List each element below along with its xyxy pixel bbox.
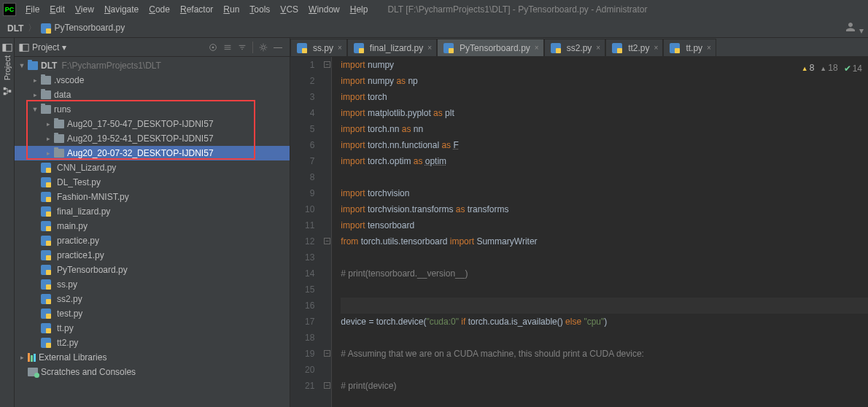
line-number: 13 [305, 249, 314, 265]
code-line[interactable]: import matplotlib.pyplot as plt [341, 105, 868, 121]
typos-count[interactable]: 14 [844, 61, 862, 77]
code-line[interactable]: import tensorboard [341, 217, 868, 233]
tree-folder-runs[interactable]: ▼runs [15, 102, 290, 117]
tree-file[interactable]: ▸test.py [15, 306, 290, 321]
close-tab-icon[interactable]: × [654, 44, 659, 52]
menu-edit[interactable]: Edit [44, 3, 70, 16]
close-tab-icon[interactable]: × [707, 44, 711, 52]
warnings-count[interactable]: 8 [802, 60, 815, 77]
editor-tab[interactable]: final_lizard.py× [347, 39, 437, 56]
tree-file[interactable]: ▸tt2.py [15, 336, 290, 350]
editor-tab[interactable]: PyTensorboard.py× [437, 39, 544, 56]
gutter-folding[interactable]: − − − − [323, 57, 332, 407]
code-line[interactable] [341, 298, 868, 314]
fold-region-icon[interactable]: − [324, 238, 330, 244]
tree-folder[interactable]: ▸Aug20_20-07-32_DESKTOP-IJDNI57 [15, 146, 290, 160]
tree-file[interactable]: ▸final_lizard.py [15, 204, 290, 219]
editor-tab[interactable]: ss.py× [290, 39, 347, 56]
tree-root[interactable]: ▼DLTF:\PycharmProjects1\DLT [15, 58, 290, 73]
project-tool-icon[interactable] [2, 42, 12, 53]
menu-run[interactable]: Run [218, 3, 244, 16]
code-line[interactable]: # print(tensorboard.__version__) [341, 265, 868, 282]
tree-file[interactable]: ▸tt.py [15, 321, 290, 336]
code-content[interactable]: 8 18 14 import numpyimport numpy as npim… [332, 57, 868, 407]
close-tab-icon[interactable]: × [535, 44, 539, 52]
tree-file[interactable]: ▸practice.py [15, 233, 290, 248]
code-line[interactable]: import torch.nn as nn [341, 121, 868, 137]
breadcrumb-root[interactable]: DLT [4, 22, 26, 35]
code-line[interactable]: import numpy as np [341, 73, 868, 89]
close-tab-icon[interactable]: × [596, 44, 600, 52]
project-tree[interactable]: ▼DLTF:\PycharmProjects1\DLT ▸.vscode ▸da… [15, 57, 290, 407]
code-line[interactable]: from torch.utils.tensorboard import Summ… [341, 233, 868, 249]
tree-external-libs[interactable]: ▸External Libraries [15, 350, 290, 365]
menu-window[interactable]: Window [303, 3, 345, 16]
menu-vcs[interactable]: VCS [275, 3, 303, 16]
structure-tool-icon[interactable] [2, 86, 12, 96]
user-icon[interactable]: ▾ [844, 20, 864, 36]
code-line[interactable]: device = torch.device("cuda:0" if torch.… [341, 314, 868, 330]
folder-icon [41, 76, 51, 85]
tree-file[interactable]: ▸PyTensorboard.py [15, 263, 290, 277]
editor-tab[interactable]: ss2.py× [544, 39, 606, 56]
settings-button[interactable] [256, 40, 271, 55]
hide-button[interactable]: — [271, 40, 285, 55]
expand-all-button[interactable] [220, 40, 235, 55]
python-file-icon [41, 279, 51, 290]
tree-scratches[interactable]: ▸Scratches and Consoles [15, 365, 290, 379]
code-line[interactable] [341, 169, 868, 185]
tree-folder[interactable]: ▸.vscode [15, 73, 290, 88]
editor-tab[interactable]: tt.py× [663, 39, 716, 56]
code-line[interactable] [341, 282, 868, 298]
code-line[interactable]: import numpy [341, 57, 868, 73]
code-line[interactable] [341, 362, 868, 378]
close-tab-icon[interactable]: × [427, 44, 432, 52]
code-line[interactable] [341, 330, 868, 346]
close-tab-icon[interactable]: × [338, 44, 342, 52]
tree-folder[interactable]: ▸Aug20_17-50-47_DESKTOP-IJDNI57 [15, 117, 290, 131]
tree-file[interactable]: ▸CNN_Lizard.py [15, 160, 290, 175]
python-file-icon [41, 192, 51, 202]
tree-file[interactable]: ▸ss2.py [15, 292, 290, 306]
code-line[interactable]: import torch.nn.functional as F [341, 137, 868, 153]
menu-view[interactable]: View [70, 3, 99, 16]
menu-tools[interactable]: Tools [244, 3, 275, 16]
folder-icon [54, 134, 64, 143]
code-line[interactable]: # Assuming that we are on a CUDA machine… [341, 346, 868, 362]
code-line[interactable]: import torchvision.transforms as transfo… [341, 201, 868, 217]
project-view-selector[interactable]: Project ▾ [32, 42, 66, 53]
code-line[interactable] [341, 249, 868, 265]
breadcrumb-file[interactable]: PyTensorboard.py [38, 21, 128, 35]
tree-folder[interactable]: ▸Aug20_19-52-41_DESKTOP-IJDNI57 [15, 131, 290, 146]
fold-region-icon[interactable]: − [324, 382, 330, 389]
tree-file[interactable]: ▸DL_Test.py [15, 175, 290, 190]
code-editor[interactable]: 123456789101112131415161718192021 − − − … [290, 57, 868, 407]
menu-refactor[interactable]: Refactor [175, 3, 218, 16]
code-line[interactable]: # print(device) [341, 378, 868, 394]
editor-tab[interactable]: tt2.py× [605, 39, 663, 56]
code-line[interactable]: import torchvision [341, 185, 868, 201]
tree-folder[interactable]: ▸data [15, 88, 290, 102]
fold-region-icon[interactable]: − [324, 61, 330, 68]
menu-code[interactable]: Code [144, 3, 175, 16]
gutter-line-numbers: 123456789101112131415161718192021 [290, 57, 323, 407]
line-number: 9 [305, 185, 314, 201]
inspection-widget[interactable]: 8 18 14 [802, 60, 862, 77]
weak-warnings-count[interactable]: 18 [820, 60, 837, 77]
tree-file[interactable]: ▸Fashion-MNIST.py [15, 190, 290, 204]
line-number: 8 [305, 169, 314, 185]
project-tab[interactable]: Project [3, 55, 12, 80]
svg-rect-2 [3, 88, 6, 90]
fold-region-icon[interactable]: − [324, 350, 330, 357]
tree-file[interactable]: ▸practice1.py [15, 248, 290, 263]
tree-file[interactable]: ▸ss.py [15, 277, 290, 292]
collapse-all-button[interactable] [235, 40, 249, 55]
code-line[interactable]: import torch.optim as optim [341, 153, 868, 169]
tree-file[interactable]: ▸main.py [15, 219, 290, 233]
menu-file[interactable]: File [20, 3, 44, 16]
menu-navigate[interactable]: Navigate [99, 3, 144, 16]
select-opened-file-button[interactable] [206, 40, 220, 55]
python-file-icon [41, 294, 51, 304]
code-line[interactable]: import torch [341, 89, 868, 105]
menu-help[interactable]: Help [345, 3, 373, 16]
